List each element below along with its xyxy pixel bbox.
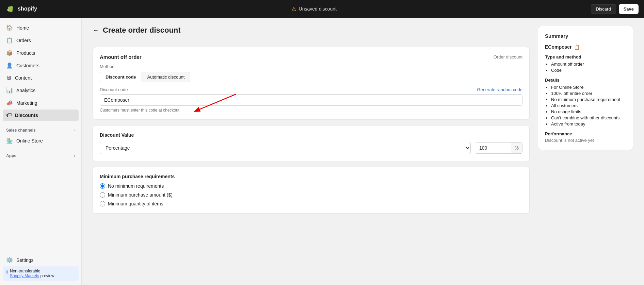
sidebar-label-settings: Settings (16, 257, 34, 263)
radio-no-minimum-input[interactable] (100, 183, 105, 189)
summary-type-method-list: Amount off order Code (545, 62, 626, 73)
discount-code-field-row: Discount code Generate random code (100, 87, 522, 92)
summary-detail-item-6: Active from today (551, 121, 626, 127)
sidebar-item-products[interactable]: 📦 Products (3, 47, 79, 59)
home-icon: 🏠 (6, 24, 13, 31)
settings-icon: ⚙️ (6, 257, 13, 263)
radio-min-quantity-input[interactable] (100, 201, 105, 206)
amount-off-order-card: Amount off order Order discount Method D… (93, 47, 530, 120)
sidebar-label-orders: Orders (16, 38, 31, 43)
sales-channels-label: Sales channels (6, 128, 36, 133)
sidebar-item-customers[interactable]: 👤 Customers (3, 60, 79, 71)
summary-detail-item-5: Can't combine with other discounts (551, 115, 626, 120)
apps-chevron-icon: › (74, 154, 75, 158)
minimum-purchase-title: Minimum purchase requirements (100, 174, 522, 179)
topbar-actions: Discard Save (591, 4, 639, 14)
sidebar-label-discounts: Discounts (15, 113, 38, 118)
marketing-icon: 📣 (6, 100, 13, 106)
logo: S shopify (5, 4, 37, 14)
method-tab-group: Discount code Automatic discount (100, 72, 190, 82)
discard-button[interactable]: Discard (591, 4, 616, 14)
radio-min-amount[interactable]: Minimum purchase amount ($) (100, 192, 522, 198)
main-content: ← Create order discount Amount off order… (82, 18, 644, 285)
percentage-input-wrap: % (475, 142, 522, 154)
discount-code-input-container (100, 94, 522, 106)
nontransferable-line2: preview (40, 273, 54, 278)
summary-app-name: EComposer 📋 (545, 44, 626, 50)
discount-type-select[interactable]: Percentage Fixed amount (100, 142, 471, 154)
customers-icon: 👤 (6, 62, 13, 69)
radio-no-minimum[interactable]: No minimum requirements (100, 183, 522, 189)
summary-detail-item-4: No usage limits (551, 109, 626, 114)
online-store-icon: 🏪 (6, 137, 13, 144)
summary-detail-item-1: 100% off entire order (551, 91, 626, 96)
sidebar-item-content[interactable]: 🖥 Content (3, 72, 79, 84)
page-area: ← Create order discount Amount off order… (82, 18, 644, 285)
content-icon: 🖥 (6, 75, 12, 81)
sidebar-item-online-store[interactable]: 🏪 Online Store (3, 135, 79, 147)
discount-code-label: Discount code (100, 87, 128, 92)
layout: 🏠 Home 📋 Orders 📦 Products 👤 Customers 🖥… (0, 18, 644, 285)
card-header-row: Amount off order Order discount (100, 54, 522, 60)
tab-automatic-discount[interactable]: Automatic discount (142, 72, 190, 82)
summary-title: Summary (545, 33, 626, 39)
topbar-center: ⚠ Unsaved discount (37, 6, 591, 12)
sidebar-label-content: Content (15, 75, 32, 81)
radio-min-quantity-label: Minimum quantity of items (108, 201, 163, 206)
sidebar-item-home[interactable]: 🏠 Home (3, 22, 79, 34)
apps-label: Apps (6, 153, 16, 158)
back-button[interactable]: ← (93, 27, 99, 34)
radio-min-amount-label: Minimum purchase amount ($) (108, 192, 173, 198)
warning-icon: ⚠ (291, 6, 296, 12)
sales-channels-section: Sales channels › (3, 126, 79, 134)
shopify-markets-link[interactable]: Shopify Markets (10, 273, 39, 278)
sidebar-label-online-store: Online Store (16, 138, 43, 144)
topbar: S shopify ⚠ Unsaved discount Discard Sav… (0, 0, 644, 18)
products-icon: 📦 (6, 50, 13, 56)
content-column: ← Create order discount Amount off order… (93, 26, 530, 277)
minimum-purchase-card: Minimum purchase requirements No minimum… (93, 167, 530, 214)
percentage-input[interactable] (475, 142, 511, 153)
summary-details-title: Details (545, 78, 626, 83)
sidebar-label-home: Home (16, 25, 29, 31)
info-icon: ℹ (6, 269, 8, 274)
orders-icon: 📋 (6, 37, 13, 44)
radio-min-amount-input[interactable] (100, 192, 105, 198)
nontransferable-line1: Non-transferable (10, 269, 40, 273)
sidebar-label-products: Products (16, 50, 35, 56)
apps-section: Apps › (3, 151, 79, 160)
discount-code-input[interactable] (100, 94, 522, 106)
generate-random-link[interactable]: Generate random code (477, 87, 522, 92)
sidebar-footer: ⚙️ Settings ℹ Non-transferable Shopify M… (3, 251, 79, 281)
sidebar-item-orders[interactable]: 📋 Orders (3, 34, 79, 46)
radio-min-quantity[interactable]: Minimum quantity of items (100, 201, 522, 206)
order-discount-label: Order discount (494, 54, 522, 60)
radio-no-minimum-label: No minimum requirements (108, 183, 164, 189)
sidebar-item-marketing[interactable]: 📣 Marketing (3, 97, 79, 109)
summary-list-item: Amount off order (551, 62, 626, 67)
method-label: Method (100, 64, 522, 69)
svg-text:S: S (7, 9, 9, 12)
summary-detail-item-2: No minimum purchase requirement (551, 97, 626, 102)
page-title: Create order discount (103, 26, 181, 35)
summary-app-name-text: EComposer (545, 44, 572, 50)
sidebar-item-analytics[interactable]: 📊 Analytics (3, 84, 79, 96)
summary-performance-text: Discount is not active yet (545, 138, 626, 143)
clipboard-icon: 📋 (574, 44, 580, 50)
discount-value-title: Discount Value (100, 132, 522, 138)
summary-detail-item-3: All customers (551, 103, 626, 108)
nontransferable-text: Non-transferable Shopify Markets preview (10, 269, 54, 278)
discount-value-card: Discount Value Percentage Fixed amount % (93, 125, 530, 161)
tab-discount-code[interactable]: Discount code (100, 72, 142, 82)
sidebar-item-settings[interactable]: ⚙️ Settings (3, 254, 79, 266)
discount-value-row: Percentage Fixed amount % (100, 142, 522, 154)
page-header: ← Create order discount (93, 26, 530, 35)
radio-group: No minimum requirements Minimum purchase… (100, 183, 522, 206)
summary-card: Summary EComposer 📋 Type and method Amou… (538, 26, 633, 150)
sidebar-label-analytics: Analytics (16, 88, 35, 93)
summary-list-item: Code (551, 68, 626, 73)
chevron-right-icon: › (74, 129, 75, 132)
sidebar-item-discounts[interactable]: 🏷 Discounts (3, 110, 79, 121)
save-button[interactable]: Save (619, 4, 639, 14)
sidebar-label-customers: Customers (16, 63, 39, 68)
